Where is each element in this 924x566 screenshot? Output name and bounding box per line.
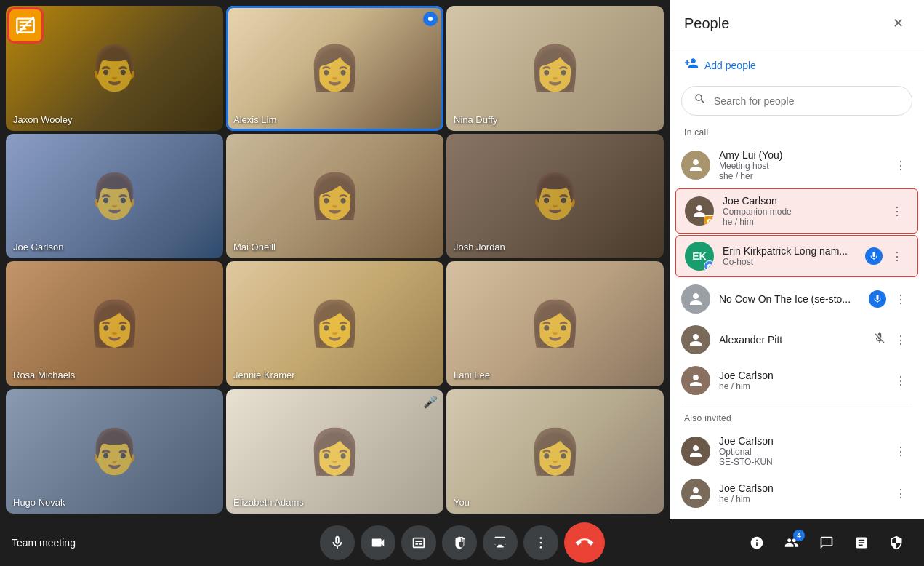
person-sub: Meeting host	[719, 161, 889, 171]
video-tile[interactable]: 👨 Joe Carlson	[6, 134, 223, 259]
present-button[interactable]	[483, 525, 518, 560]
participant-name: Elizabeth Adams	[233, 497, 304, 508]
avatar	[681, 366, 710, 395]
person-item-joe-companion[interactable]: Joe Carlson Companion mode he / him ⋮	[675, 188, 918, 234]
more-options-button[interactable]: ⋮	[889, 439, 912, 463]
person-name: Joe Carlson	[723, 195, 885, 207]
search-bar[interactable]	[681, 86, 912, 116]
people-panel: People ✕ Add people In call	[670, 0, 924, 519]
toolbar-left: Team meeting	[12, 537, 76, 549]
svg-rect-4	[877, 295, 879, 300]
more-options-button[interactable]: ⋮	[885, 244, 909, 268]
person-item-joe2[interactable]: Joe Carlson he / him ⋮	[670, 360, 924, 401]
person-pronouns: she / her	[719, 171, 889, 181]
person-sub: Co-host	[723, 257, 865, 267]
person-actions: ⋮	[869, 287, 912, 311]
add-people-button[interactable]: Add people	[670, 47, 924, 83]
person-sub: he / him	[719, 494, 889, 504]
panel-title: People	[684, 15, 729, 32]
info-button[interactable]	[741, 527, 773, 559]
participant-name: Hugo Novak	[13, 497, 65, 508]
video-tile[interactable]: 👨 Josh Jordan	[446, 134, 664, 259]
toolbar-center	[320, 522, 605, 563]
person-info: Erin Kirkpatrick Long nam... Co-host	[723, 245, 865, 267]
svg-point-6	[539, 537, 542, 539]
person-visual: 👨	[446, 134, 664, 259]
person-info: Joe Carlson he / him	[719, 370, 889, 391]
participant-name: Josh Jordan	[454, 242, 505, 252]
video-tile[interactable]: 👩 🎤 Elizabeth Adams	[226, 389, 443, 514]
mic-button[interactable]	[320, 525, 355, 560]
person-item-joe-invited1[interactable]: Joe Carlson Optional SE-STO-KUN ⋮	[670, 429, 924, 473]
more-options-button[interactable]	[523, 525, 558, 560]
add-people-label: Add people	[704, 60, 756, 71]
people-button[interactable]: 4	[776, 527, 808, 559]
person-info: Joe Carlson Companion mode he / him	[723, 195, 885, 227]
video-tile-self[interactable]: 👩 You	[446, 389, 664, 514]
video-tile[interactable]: 👩 Rosa Michaels	[6, 261, 223, 386]
avatar	[681, 284, 710, 314]
video-tile[interactable]: 👩 Jennie Kramer	[226, 261, 443, 386]
activities-button[interactable]	[845, 527, 877, 559]
video-tile[interactable]: 👩 Nina Duffy	[446, 6, 664, 131]
participant-name: Mai Oneill	[233, 242, 276, 252]
more-options-button[interactable]: ⋮	[889, 369, 912, 392]
search-input[interactable]	[714, 95, 900, 107]
search-icon	[694, 92, 707, 109]
logo-button[interactable]	[7, 7, 44, 44]
person-item-alex[interactable]: Alexander Pitt ⋮	[670, 319, 924, 360]
add-person-icon	[684, 56, 699, 74]
person-visual: 👩	[226, 134, 443, 259]
video-tile-active[interactable]: 👩 Alexis Lim	[226, 6, 443, 131]
more-options-button[interactable]: ⋮	[889, 482, 912, 505]
avatar	[681, 151, 710, 180]
participant-name: Joe Carlson	[13, 242, 63, 252]
person-actions: ⋮	[889, 439, 912, 463]
person-item-joe-invited2[interactable]: Joe Carlson he / him ⋮	[670, 473, 924, 514]
more-options-button[interactable]: ⋮	[889, 154, 912, 177]
person-sub: Companion mode	[723, 207, 885, 217]
speaking-icon	[869, 290, 886, 308]
person-actions: ⋮	[889, 369, 912, 392]
raise-hand-button[interactable]	[442, 525, 477, 560]
person-visual: 👩	[446, 261, 664, 386]
person-actions: ⋮	[889, 154, 912, 177]
end-call-button[interactable]	[564, 522, 605, 563]
person-item-nocow[interactable]: No Cow On The Ice (se-sto... ⋮	[670, 279, 924, 319]
companion-badge	[704, 215, 714, 226]
person-name: No Cow On The Ice (se-sto...	[719, 293, 869, 305]
person-name: Joe Carlson	[719, 370, 889, 381]
toolbar-right: 4	[741, 527, 912, 559]
person-visual: 👩	[446, 389, 664, 514]
person-visual: 👨	[6, 134, 223, 259]
participant-name: Alexis Lim	[233, 114, 276, 125]
speaking-icon	[865, 247, 883, 265]
security-button[interactable]	[880, 527, 912, 559]
ek-badge	[704, 260, 714, 271]
person-sub2: SE-STO-KUN	[719, 457, 889, 467]
camera-button[interactable]	[361, 525, 395, 560]
video-tile[interactable]: 👨 Hugo Novak	[6, 389, 223, 514]
avatar	[681, 479, 710, 508]
person-actions: ⋮	[865, 244, 909, 268]
captions-button[interactable]	[401, 525, 436, 560]
person-item-erin[interactable]: EK Erin Kirkpatrick Long nam... Co-host …	[675, 235, 918, 277]
speaking-indicator	[423, 12, 438, 26]
person-visual: 👩	[226, 6, 443, 131]
more-options-button[interactable]: ⋮	[889, 328, 912, 351]
svg-point-7	[539, 542, 542, 544]
person-visual: 👩	[6, 261, 223, 386]
people-list: In call Amy Lui (You) Meeting host she /…	[670, 124, 924, 519]
video-tile[interactable]: 👩 Mai Oneill	[226, 134, 443, 259]
person-item-amy[interactable]: Amy Lui (You) Meeting host she / her ⋮	[670, 143, 924, 187]
close-panel-button[interactable]: ✕	[886, 12, 909, 35]
more-options-button[interactable]: ⋮	[885, 199, 909, 223]
svg-point-8	[539, 546, 542, 549]
chat-button[interactable]	[811, 527, 843, 559]
person-info: No Cow On The Ice (se-sto...	[719, 293, 869, 305]
person-name: Joe Carlson	[719, 482, 889, 494]
more-options-button[interactable]: ⋮	[889, 287, 912, 311]
mic-muted-indicator: 🎤	[423, 395, 438, 409]
avatar	[685, 196, 714, 226]
video-tile[interactable]: 👩 Lani Lee	[446, 261, 664, 386]
